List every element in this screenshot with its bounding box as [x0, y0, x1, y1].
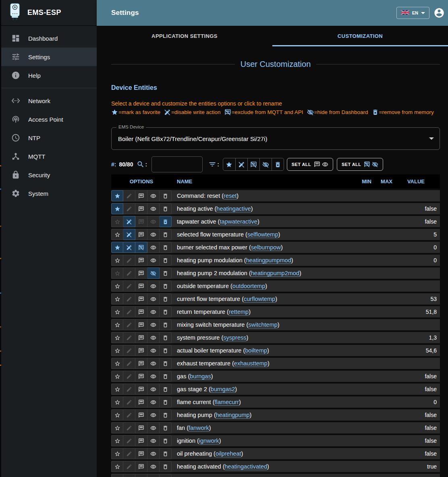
mqtt-exclude-toggle[interactable] [135, 474, 147, 477]
entity-name[interactable]: ignition (ignwork) [172, 438, 353, 444]
mqtt-exclude-toggle[interactable] [135, 384, 147, 395]
dashboard-hide-toggle[interactable] [147, 371, 160, 382]
dashboard-hide-toggle[interactable] [147, 396, 160, 408]
favorite-toggle[interactable] [111, 422, 123, 433]
mqtt-exclude-toggle[interactable] [135, 435, 147, 446]
entity-shortname-link[interactable]: heatingpump2mod [251, 270, 299, 276]
favorite-toggle[interactable] [111, 268, 123, 279]
favorite-toggle[interactable] [111, 345, 123, 356]
dashboard-hide-toggle[interactable] [147, 255, 160, 266]
memory-remove-toggle[interactable] [160, 306, 172, 317]
write-toggle[interactable] [123, 203, 135, 214]
write-toggle[interactable] [123, 255, 135, 266]
entity-shortname-link[interactable]: boiltemp [245, 347, 267, 354]
entity-shortname-link[interactable]: reset [224, 193, 236, 199]
memory-remove-toggle[interactable] [160, 396, 172, 408]
entity-name[interactable]: actual boiler temperature (boiltemp) [172, 347, 353, 354]
favorite-toggle[interactable] [111, 409, 123, 421]
mqtt-exclude-toggle[interactable] [135, 190, 147, 201]
tab-customization[interactable]: CUSTOMIZATION [272, 26, 448, 46]
entity-name[interactable]: system pressure (syspress) [172, 334, 353, 341]
write-toggle[interactable] [123, 216, 135, 227]
favorite-toggle[interactable] [111, 229, 123, 240]
write-toggle[interactable] [123, 280, 135, 292]
entity-name[interactable]: fan (fanwork) [172, 425, 353, 431]
entity-name[interactable]: oil preheating (oilpreheat) [172, 450, 353, 457]
write-toggle[interactable] [123, 319, 135, 330]
entity-name[interactable]: flame current (flamecurr) [172, 399, 353, 405]
dashboard-hide-toggle[interactable] [147, 280, 160, 292]
memory-remove-toggle[interactable] [160, 280, 172, 292]
entity-shortname-link[interactable]: heatingactive [216, 205, 251, 212]
sidebar-item-access-point[interactable]: Access Point [1, 110, 97, 129]
entity-name[interactable]: burner selected max power (selburnpow) [172, 244, 353, 251]
filter-toggle-comment-off[interactable] [247, 158, 259, 170]
dashboard-hide-toggle[interactable] [147, 448, 160, 459]
write-toggle[interactable] [123, 345, 135, 356]
write-toggle[interactable] [123, 461, 135, 472]
set-all-hide-button[interactable]: SET ALL [337, 158, 383, 171]
entity-shortname-link[interactable]: heatingpump [216, 412, 250, 418]
mqtt-exclude-toggle[interactable] [135, 371, 147, 382]
entity-shortname-link[interactable]: syspress [223, 334, 246, 341]
sidebar-item-system[interactable]: System [1, 184, 97, 203]
entity-name[interactable]: outside temperature (outdoortemp) [172, 283, 353, 289]
memory-remove-toggle[interactable] [160, 203, 172, 214]
mqtt-exclude-toggle[interactable] [135, 268, 147, 279]
favorite-toggle[interactable] [111, 280, 123, 292]
entity-name[interactable]: heating pump 2 modulation (heatingpump2m… [172, 270, 353, 276]
favorite-toggle[interactable] [111, 306, 123, 317]
dashboard-hide-toggle[interactable] [147, 190, 160, 201]
mqtt-exclude-toggle[interactable] [135, 461, 147, 472]
dashboard-hide-toggle[interactable] [147, 422, 160, 433]
favorite-toggle[interactable] [111, 255, 123, 266]
entity-shortname-link[interactable]: curflowtemp [244, 296, 275, 302]
entity-name[interactable]: exhaust temperature (exhausttemp) [172, 360, 353, 367]
write-toggle[interactable] [123, 242, 135, 253]
dashboard-hide-toggle[interactable] [147, 409, 160, 421]
write-toggle[interactable] [123, 409, 135, 421]
memory-remove-toggle[interactable] [160, 461, 172, 472]
memory-remove-toggle[interactable] [160, 190, 172, 201]
dashboard-hide-toggle[interactable] [147, 306, 160, 317]
entity-shortname-link[interactable]: heatingpumpmod [246, 257, 291, 263]
entity-name[interactable]: mixing switch temperature (switchtemp) [172, 321, 353, 328]
sidebar-item-ntp[interactable]: NTP [1, 129, 97, 147]
favorite-toggle[interactable] [111, 396, 123, 408]
filter-toggle-star[interactable] [223, 158, 235, 170]
write-toggle[interactable] [123, 371, 135, 382]
entity-name[interactable]: tapwater active (tapwateractive) [172, 218, 353, 225]
memory-remove-toggle[interactable] [160, 435, 172, 446]
write-toggle[interactable] [123, 422, 135, 433]
mqtt-exclude-toggle[interactable] [135, 345, 147, 356]
memory-remove-toggle[interactable] [160, 319, 172, 330]
favorite-toggle[interactable] [111, 216, 123, 227]
mqtt-exclude-toggle[interactable] [135, 216, 147, 227]
ems-device-select[interactable]: EMS Device Boiler (Nefit GBx72/Trendline… [111, 127, 440, 150]
entity-shortname-link[interactable]: burngas2 [211, 386, 235, 392]
mqtt-exclude-toggle[interactable] [135, 396, 147, 408]
write-toggle[interactable] [123, 435, 135, 446]
dashboard-hide-toggle[interactable] [147, 461, 160, 472]
mqtt-exclude-toggle[interactable] [135, 242, 147, 253]
write-toggle[interactable] [123, 306, 135, 317]
mqtt-exclude-toggle[interactable] [135, 448, 147, 459]
favorite-toggle[interactable] [111, 319, 123, 330]
entity-shortname-link[interactable]: switchtemp [248, 321, 278, 328]
language-selector[interactable]: EN [396, 7, 429, 19]
memory-remove-toggle[interactable] [160, 293, 172, 305]
set-all-show-button[interactable]: SET ALL [287, 158, 333, 171]
write-toggle[interactable] [123, 474, 135, 477]
write-toggle[interactable] [123, 332, 135, 343]
memory-remove-toggle[interactable] [160, 358, 172, 369]
write-toggle[interactable] [123, 448, 135, 459]
filter-toggle-edit-off[interactable] [235, 158, 247, 170]
entity-name[interactable]: gas stage 2 (burngas2) [172, 386, 353, 392]
entity-shortname-link[interactable]: oilpreheat [216, 450, 241, 457]
favorite-toggle[interactable] [111, 242, 123, 253]
write-toggle[interactable] [123, 358, 135, 369]
dashboard-hide-toggle[interactable] [147, 242, 160, 253]
memory-remove-toggle[interactable] [160, 216, 172, 227]
favorite-toggle[interactable] [111, 332, 123, 343]
memory-remove-toggle[interactable] [160, 448, 172, 459]
